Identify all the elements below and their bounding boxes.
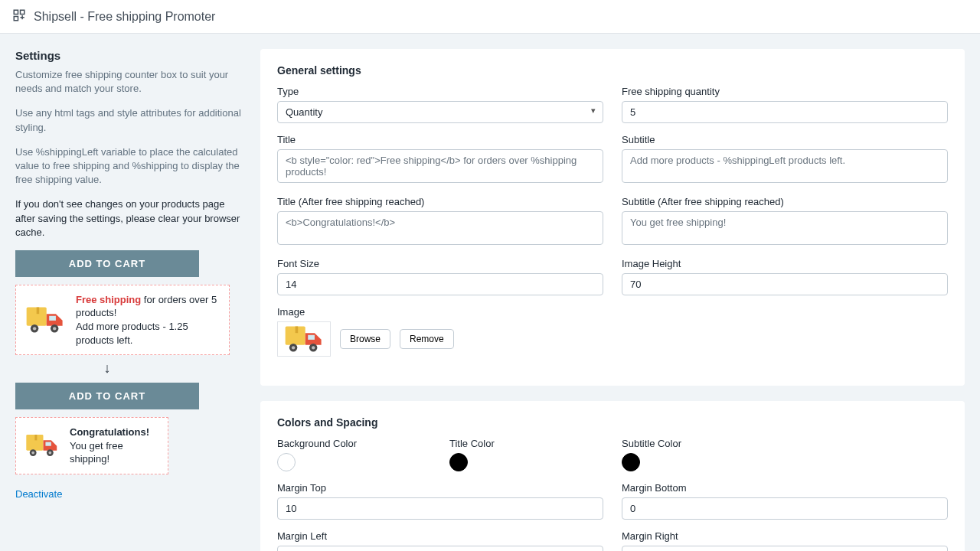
settings-sidebar: Settings Customize free shipping counter… [15,49,245,500]
app-title: Shipsell - Free shipping Promoter [34,10,215,24]
app-header: Shipsell - Free shipping Promoter [0,0,980,34]
subtitle-color-swatch[interactable] [622,453,640,471]
deactivate-link[interactable]: Deactivate [15,488,62,500]
sidebar-heading: Settings [15,49,245,62]
mr-label: Margin Right [622,530,948,542]
sidebar-desc-1: Customize free shipping counter box to s… [15,68,245,96]
browse-button[interactable]: Browse [340,329,390,349]
subtitle2-label: Subtitle (After free shipping reached) [622,196,948,207]
general-settings-card: General settings Type Quantity Free ship… [260,49,965,386]
qty-label: Free shipping quantity [622,86,948,97]
preview-add-to-cart-1[interactable]: ADD TO CART [15,250,199,277]
ml-label: Margin Left [277,530,603,542]
subtitle-color-label: Subtitle Color [622,438,776,449]
sidebar-desc-3: Use %shippingLeft variable to place the … [15,145,245,187]
preview2-bold: Congratulations! [70,426,149,438]
bg-color-swatch[interactable] [277,453,296,471]
title-color-swatch[interactable] [449,453,468,471]
title2-input[interactable]: <b>Congratulations!</b> [277,211,603,245]
svg-rect-7 [14,10,18,14]
qty-input[interactable] [622,101,948,123]
preview2-sub: You get free shipping! [70,439,160,466]
truck-icon [24,432,60,458]
colors-heading: Colors and Spacing [277,416,948,429]
title2-label: Title (After free shipping reached) [277,196,603,207]
title-color-label: Title Color [449,438,603,449]
preview1-bold: Free shipping [76,294,141,305]
subtitle-input[interactable]: Add more products - %shippingLeft produc… [622,149,948,183]
font-size-input[interactable] [277,273,603,295]
sidebar-desc-2: Use any html tags and style attributes f… [15,106,245,134]
preview-add-to-cart-2[interactable]: ADD TO CART [15,383,199,409]
image-height-input[interactable] [622,273,948,295]
type-select[interactable]: Quantity [277,101,603,123]
title-input[interactable]: <b style="color: red">Free shipping</b> … [277,149,603,183]
subtitle-label: Subtitle [622,134,948,145]
remove-button[interactable]: Remove [400,329,454,349]
preview-box-after: Congratulations! You get free shipping! [15,417,168,474]
image-label: Image [277,306,603,318]
margin-right-input[interactable] [622,546,948,551]
general-heading: General settings [277,64,948,77]
margin-bottom-input[interactable] [622,497,948,520]
arrow-down-icon: ↓ [15,361,199,375]
preview-box-before: Free shipping for orders over 5 products… [15,285,230,355]
sidebar-desc-4: If you don't see changes on your product… [15,197,245,240]
title-label: Title [277,134,603,145]
bg-color-label: Background Color [277,438,431,449]
type-label: Type [277,86,603,97]
imgh-label: Image Height [622,258,948,269]
font-label: Font Size [277,258,603,269]
mt-label: Margin Top [277,482,603,494]
apps-icon [12,8,26,24]
mb-label: Margin Bottom [622,482,948,494]
colors-spacing-card: Colors and Spacing Background Color Titl… [260,401,965,551]
preview1-sub: Add more products - 1.25 products left. [76,320,221,347]
svg-rect-9 [14,17,18,21]
margin-left-input[interactable] [277,546,603,551]
image-preview [277,321,331,357]
svg-rect-8 [21,10,24,14]
truck-icon [283,324,325,354]
margin-top-input[interactable] [277,497,603,520]
subtitle2-input[interactable]: You get free shipping! [622,211,948,245]
truck-icon [24,305,67,335]
